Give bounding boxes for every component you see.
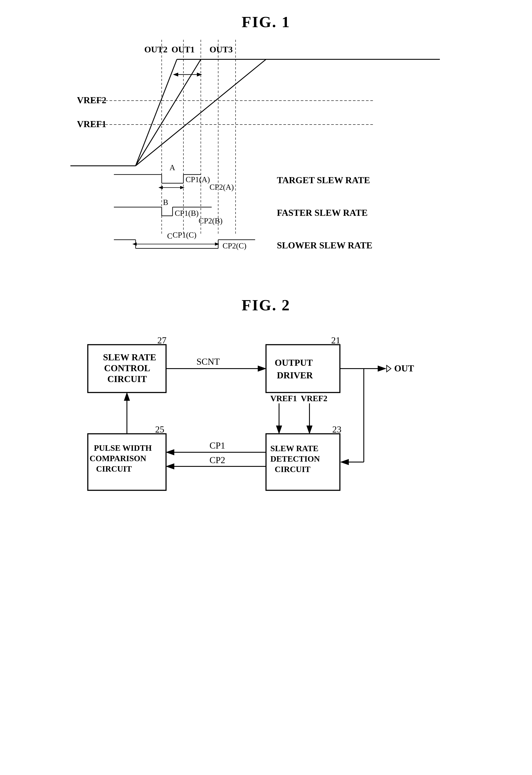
label-b: B xyxy=(163,198,168,207)
pwc-line3: CIRCUIT xyxy=(96,464,132,473)
fig2-title: FIG. 2 xyxy=(242,296,290,314)
cp2-label: CP2 xyxy=(209,455,225,465)
num27: 27 xyxy=(157,335,166,345)
target-label: TARGET SLEW RATE xyxy=(277,175,370,185)
out-label: OUT xyxy=(394,363,414,373)
pwc-line2: COMPARISON xyxy=(89,454,146,463)
num21: 21 xyxy=(331,335,340,345)
src-line3: CIRCUIT xyxy=(107,374,147,384)
page: FIG. 1 text { font-family: 'Times New Ro… xyxy=(0,0,532,775)
srd-line2: DETECTION xyxy=(271,454,320,463)
block-diagram: text { font-family: 'Times New Roman', T… xyxy=(70,327,462,523)
scnt-label: SCNT xyxy=(196,356,220,366)
cp2c-label: CP2(C) xyxy=(222,241,246,250)
label-c: C xyxy=(167,232,172,240)
vref1-label: VREF1 xyxy=(77,119,106,129)
svg-line-8 xyxy=(136,59,177,166)
cp1a-label: CP1(A) xyxy=(185,175,210,184)
label-a: A xyxy=(169,163,175,172)
svg-line-11 xyxy=(136,59,201,166)
faster-label: FASTER SLEW RATE xyxy=(277,208,368,218)
output-driver-box xyxy=(266,345,340,393)
fig1-title: FIG. 1 xyxy=(242,13,290,31)
pwc-line1: PULSE WIDTH xyxy=(94,443,152,453)
out3-label: OUT3 xyxy=(209,45,233,54)
num25: 25 xyxy=(155,425,164,435)
slower-label: SLOWER SLEW RATE xyxy=(277,240,373,250)
out1-label: OUT1 xyxy=(171,45,195,54)
cp2b-label: CP2(B) xyxy=(199,216,222,225)
num23: 23 xyxy=(332,425,342,435)
cp1b-label: CP1(B) xyxy=(175,209,199,217)
cp1-label: CP1 xyxy=(209,441,225,451)
src-line1: SLEW RATE xyxy=(103,352,156,362)
cp1c-label: CP1(C) xyxy=(172,230,196,239)
vref2-label: VREF2 xyxy=(77,95,106,105)
out-connector xyxy=(387,365,391,372)
od-line2: DRIVER xyxy=(277,370,313,380)
waveform-diagram: text { font-family: 'Times New Roman', T… xyxy=(70,40,462,279)
srd-line1: SLEW RATE xyxy=(271,444,319,453)
vref1-label2: VREF1 xyxy=(271,394,297,403)
src-line2: CONTROL xyxy=(104,363,150,373)
od-line1: OUTPUT xyxy=(275,358,313,368)
srd-line3: CIRCUIT xyxy=(275,465,311,474)
vref2-label2: VREF2 xyxy=(301,394,327,403)
out2-label: OUT2 xyxy=(144,45,167,54)
cp2a-label: CP2(A) xyxy=(209,183,234,191)
